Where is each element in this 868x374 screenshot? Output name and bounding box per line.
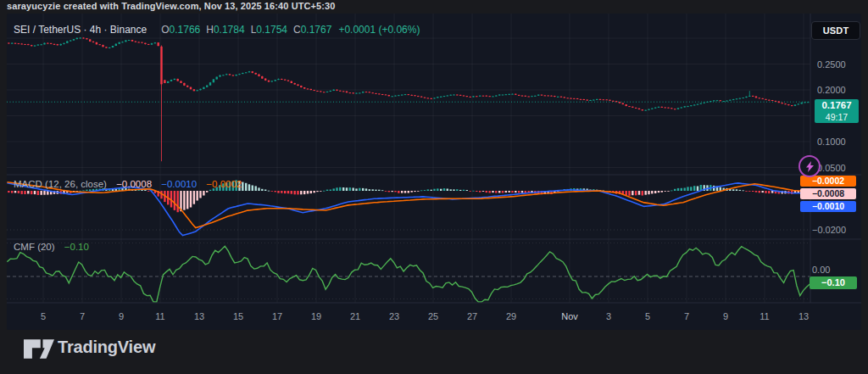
change-value: +0.0001 (+0.06%) — [338, 24, 420, 36]
time-axis-label: 15 — [233, 311, 243, 321]
time-axis-label: 23 — [389, 311, 399, 321]
time-axis-label: 7 — [684, 311, 689, 321]
time-axis-label: 19 — [311, 311, 321, 321]
time-axis[interactable]: 57911131517192123252729Nov35791113 — [41, 311, 809, 321]
time-axis-label: 11 — [155, 311, 164, 321]
time-axis-label: 9 — [723, 311, 728, 321]
close-label: C — [293, 24, 301, 36]
time-axis-label: 29 — [506, 311, 516, 321]
open-value: 0.1766 — [170, 24, 201, 36]
open-label: O — [161, 24, 169, 36]
symbol-title[interactable]: SEI / TetherUS · 4h · Binance — [14, 24, 147, 36]
macd-line-value: −0.0010 — [161, 179, 197, 189]
low-value: 0.1754 — [256, 24, 287, 36]
candlestick-series — [8, 37, 809, 161]
macd-params: (12, 26, close) — [45, 179, 107, 189]
macd-title: MACD — [14, 179, 42, 189]
time-axis-label: 5 — [41, 311, 46, 321]
badge-countdown: 49:17 — [815, 111, 859, 123]
time-axis-label: 13 — [194, 311, 204, 321]
time-axis-label: 5 — [645, 311, 650, 321]
badge-price: 0.1767 — [815, 99, 859, 111]
macd-signal-value: −0.0002 — [206, 179, 242, 189]
price-axis-label: 0.2000 — [817, 85, 846, 95]
time-axis-label: 9 — [119, 311, 124, 321]
macd-hist-value: −0.0008 — [116, 179, 152, 189]
time-axis-label: 7 — [80, 311, 85, 321]
tradingview-wordmark[interactable]: TradingView — [58, 338, 155, 357]
time-axis-label: 13 — [798, 311, 809, 321]
time-axis-label: 25 — [428, 311, 438, 321]
cmf-params: (20) — [37, 242, 54, 252]
macd-line-badge: −0.0010 — [800, 201, 856, 212]
chart-area[interactable]: 0.25000.20000.15000.10000.0500−0.02000.0… — [7, 14, 861, 330]
time-axis-label: 11 — [760, 311, 769, 321]
cmf-legend[interactable]: CMF (20) −0.10 — [14, 242, 89, 252]
current-price-badge: 0.1767 49:17 — [815, 99, 859, 123]
time-axis-label: 27 — [467, 311, 477, 321]
time-axis-label: 3 — [606, 311, 611, 321]
time-axis-label: 21 — [350, 311, 360, 321]
cmf-title: CMF — [14, 242, 35, 252]
currency-toggle-button[interactable]: USDT — [811, 21, 860, 40]
macd-hist-badge: −0.0008 — [800, 188, 856, 199]
high-label: H — [206, 24, 214, 36]
chart-canvas: 0.25000.20000.15000.10000.0500−0.02000.0… — [7, 14, 861, 330]
footer: TradingView — [0, 330, 868, 374]
cmf-axis-label: 0.00 — [812, 265, 830, 275]
cmf-value-badge: −0.10 — [810, 276, 857, 289]
price-axis-label: 0.1000 — [817, 137, 846, 147]
price-axis-label: 0.2500 — [817, 59, 846, 70]
tradingview-logo-icon[interactable] — [24, 338, 54, 360]
cmf-line — [7, 246, 810, 302]
macd-legend[interactable]: MACD (12, 26, close) −0.0008 −0.0010 −0.… — [14, 179, 242, 189]
attribution-text: sarayucyzie created with TradingView.com… — [7, 1, 336, 11]
tradingview-snapshot: { "attribution": "sarayucyzie created wi… — [0, 0, 868, 374]
cmf-value: −0.10 — [64, 242, 89, 252]
time-axis-label: 17 — [272, 311, 282, 321]
price-axis-label: 0.0500 — [817, 163, 846, 173]
lightning-bolt-glyph — [805, 161, 815, 172]
symbol-legend[interactable]: SEI / TetherUS · 4h · BinanceO0.1766H0.1… — [14, 24, 420, 36]
time-axis-label: Nov — [561, 311, 578, 321]
high-value: 0.1784 — [214, 24, 245, 36]
macd-axis-label: −0.0200 — [812, 225, 846, 235]
vertical-gridlines — [43, 14, 804, 303]
horizontal-gridlines — [7, 38, 810, 168]
boost-lightning-icon[interactable] — [798, 155, 821, 177]
close-value: 0.1767 — [301, 24, 332, 36]
